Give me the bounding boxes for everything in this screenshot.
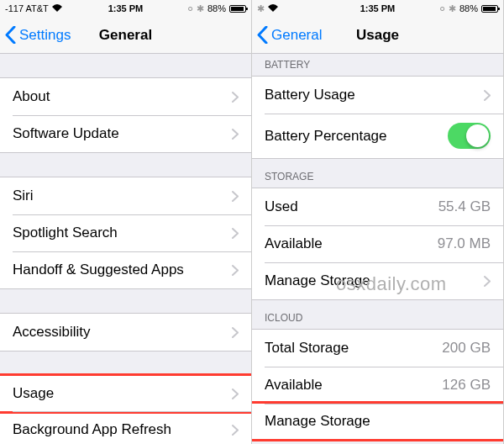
- bluetooth-icon: ⚪︎ ✱: [186, 3, 204, 14]
- section-header-icloud: ICLOUD: [252, 300, 503, 329]
- row-storage-available: Available 97.0 MB: [252, 225, 503, 262]
- row-icloud-manage-storage[interactable]: Manage Storage: [252, 401, 503, 441]
- row-label: Available: [265, 235, 323, 252]
- row-label: Usage: [13, 385, 54, 402]
- wifi-icon: [268, 3, 278, 13]
- row-label: Siri: [13, 188, 34, 204]
- row-battery-usage[interactable]: Battery Usage: [252, 77, 503, 114]
- row-software-update[interactable]: Software Update: [0, 115, 251, 152]
- row-battery-percentage: Battery Percentage: [252, 114, 503, 158]
- chevron-right-icon: [232, 129, 239, 140]
- phone-left-general: -117 AT&T 1:35 PM ⚪︎ ✱ 88% Settings Gene…: [0, 0, 252, 444]
- nav-bar: General Usage: [252, 17, 503, 54]
- status-time: 1:35 PM: [108, 3, 144, 13]
- row-label: Battery Percentage: [265, 128, 387, 145]
- battery-icon: [481, 5, 498, 13]
- page-title: Usage: [356, 27, 399, 44]
- row-about[interactable]: About: [0, 78, 251, 115]
- row-handoff[interactable]: Handoff & Suggested Apps: [0, 251, 251, 288]
- row-spotlight-search[interactable]: Spotlight Search: [0, 214, 251, 251]
- row-label: Used: [265, 198, 298, 215]
- status-carrier: -117 AT&T: [5, 3, 49, 13]
- row-usage[interactable]: Usage: [0, 373, 251, 414]
- row-label: Handoff & Suggested Apps: [13, 262, 184, 278]
- row-storage-used: Used 55.4 GB: [252, 188, 503, 225]
- bluetooth-icon: ✱: [257, 3, 265, 14]
- row-siri[interactable]: Siri: [0, 177, 251, 214]
- chevron-right-icon: [232, 265, 239, 276]
- row-label: Battery Usage: [265, 87, 355, 103]
- bluetooth-icon: ⚪︎ ✱: [438, 3, 456, 14]
- status-time: 1:35 PM: [360, 3, 396, 13]
- row-label: Accessibility: [13, 324, 91, 341]
- row-icloud-available: Available 126 GB: [252, 367, 503, 404]
- wifi-icon: [52, 3, 62, 13]
- row-label: Manage Storage: [265, 413, 370, 430]
- chevron-left-icon: [257, 26, 268, 44]
- row-label: Total Storage: [265, 340, 349, 357]
- row-label: Available: [265, 377, 323, 394]
- row-label: Background App Refresh: [13, 421, 171, 438]
- chevron-right-icon: [232, 327, 239, 338]
- content: BATTERY Battery Usage Battery Percentage…: [252, 54, 503, 444]
- status-battery-pct: 88%: [207, 3, 226, 13]
- chevron-right-icon: [484, 90, 491, 101]
- row-value: 200 GB: [442, 340, 491, 357]
- chevron-right-icon: [232, 388, 239, 399]
- status-bar: ✱ 1:35 PM ⚪︎ ✱ 88%: [252, 0, 503, 17]
- back-label: General: [271, 27, 322, 44]
- row-accessibility[interactable]: Accessibility: [0, 314, 251, 351]
- page-title: General: [99, 27, 152, 44]
- nav-bar: Settings General: [0, 17, 251, 54]
- row-value: 55.4 GB: [438, 198, 491, 215]
- row-manage-storage[interactable]: Manage Storage: [252, 262, 503, 299]
- chevron-right-icon: [232, 228, 239, 239]
- row-label: About: [13, 88, 50, 105]
- status-bar: -117 AT&T 1:35 PM ⚪︎ ✱ 88%: [0, 0, 251, 17]
- section-header-storage: STORAGE: [252, 159, 503, 188]
- row-value: 97.0 MB: [438, 235, 491, 252]
- chevron-right-icon: [232, 425, 239, 436]
- phone-right-usage: osxdaily.com ✱ 1:35 PM ⚪︎ ✱ 88% General …: [252, 0, 504, 444]
- chevron-left-icon: [5, 26, 16, 44]
- battery-percentage-toggle[interactable]: [448, 123, 491, 149]
- row-label: Manage Storage: [265, 272, 370, 289]
- section-header-battery: BATTERY: [252, 54, 503, 76]
- chevron-right-icon: [232, 92, 239, 103]
- chevron-right-icon: [484, 276, 491, 287]
- row-value: 126 GB: [442, 377, 491, 394]
- row-background-refresh[interactable]: Background App Refresh: [0, 411, 251, 444]
- back-label: Settings: [19, 27, 71, 44]
- row-label: Spotlight Search: [13, 225, 118, 241]
- back-button[interactable]: Settings: [5, 26, 71, 44]
- row-icloud-total: Total Storage 200 GB: [252, 330, 503, 367]
- back-button[interactable]: General: [257, 26, 322, 44]
- row-label: Software Update: [13, 125, 119, 142]
- battery-icon: [229, 5, 246, 13]
- status-battery-pct: 88%: [459, 3, 478, 13]
- content: About Software Update Siri Spotlight Sea…: [0, 54, 251, 444]
- chevron-right-icon: [232, 191, 239, 202]
